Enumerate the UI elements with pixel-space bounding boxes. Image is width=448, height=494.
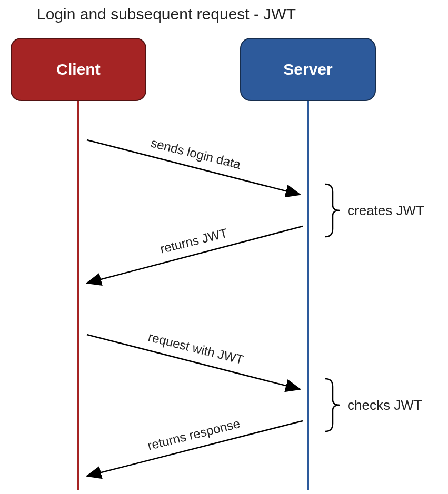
participant-client: Client — [11, 38, 146, 101]
participant-server: Server — [240, 38, 376, 101]
brace-n2 — [325, 379, 340, 431]
note-n1: creates JWT — [347, 203, 424, 219]
message-arrow-m3 — [87, 335, 300, 389]
lifeline-client — [77, 101, 79, 490]
lifeline-server — [307, 101, 309, 490]
participant-client-label: Client — [56, 61, 100, 78]
message-label-m3: request with JWT — [147, 329, 245, 367]
message-arrow-m2 — [87, 226, 303, 283]
message-label-m1: sends login data — [150, 136, 243, 172]
message-label-m2: returns JWT — [158, 226, 229, 256]
message-arrow-m4 — [87, 421, 303, 476]
note-n2: checks JWT — [347, 397, 422, 414]
participant-server-label: Server — [283, 61, 332, 78]
brace-n1 — [325, 184, 340, 237]
message-label-m4: returns response — [146, 416, 241, 453]
message-arrow-m1 — [87, 140, 300, 195]
diagram-title: Login and subsequent request - JWT — [37, 5, 296, 23]
